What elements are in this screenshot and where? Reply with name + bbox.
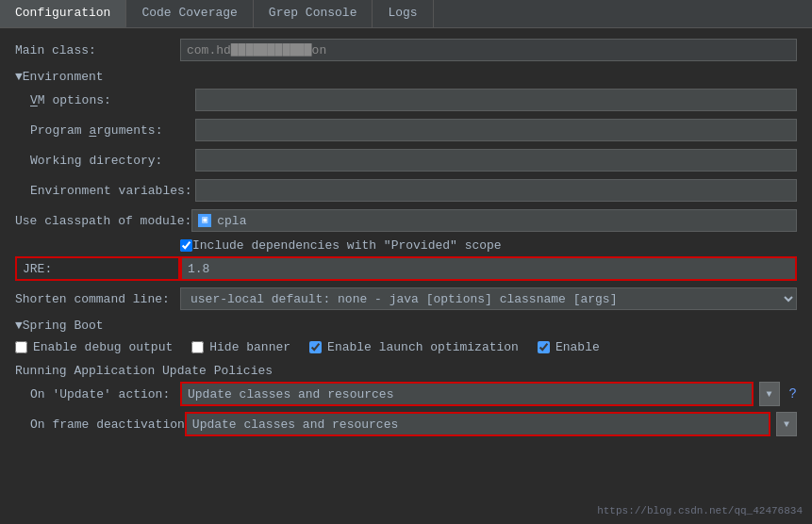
tab-grep-console[interactable]: Grep Console — [254, 0, 373, 27]
enable-debug-checkbox[interactable] — [15, 341, 27, 353]
working-dir-input[interactable] — [195, 149, 797, 172]
running-app-label: Running Application Update Policies — [15, 364, 797, 378]
hide-banner-row: Hide banner — [191, 340, 290, 354]
on-frame-label: On frame deactivation — [15, 418, 185, 432]
tab-logs[interactable]: Logs — [373, 0, 433, 27]
spring-label: Spring Boot — [23, 319, 104, 333]
configuration-content: Main class: ▼ Environment VM options: Pr… — [0, 28, 812, 451]
on-frame-row: On frame deactivation Update classes and… — [15, 412, 797, 436]
on-update-dropdown-arrow[interactable]: ▼ — [759, 382, 780, 406]
on-update-label: On 'Update' action: — [15, 387, 180, 401]
classpath-row: Use classpath of module: ▣ cpla — [15, 208, 797, 233]
main-class-label: Main class: — [15, 43, 180, 57]
program-args-row: Program arguments: — [15, 118, 797, 142]
include-deps-checkbox[interactable] — [180, 239, 192, 252]
vm-options-label: VM options: — [30, 93, 195, 107]
env-vars-input[interactable] — [195, 179, 797, 202]
on-frame-select-wrapper: Update classes and resources ▼ — [185, 412, 797, 436]
env-vars-label: Environment variables: — [30, 184, 195, 198]
watermark: https://blog.csdn.net/qq_42476834 — [597, 505, 803, 516]
tab-bar: Configuration Code Coverage Grep Console… — [0, 0, 812, 28]
hide-banner-label: Hide banner — [209, 340, 290, 354]
on-update-select[interactable]: Update classes and resources — [180, 382, 754, 406]
on-update-row: On 'Update' action: Update classes and r… — [15, 382, 797, 406]
classpath-module-select[interactable]: ▣ cpla — [191, 209, 797, 232]
environment-triangle: ▼ — [15, 70, 23, 84]
jre-row: JRE: — [15, 256, 797, 281]
program-args-input[interactable] — [195, 119, 797, 141]
enable-debug-row: Enable debug output — [15, 340, 173, 354]
jre-input[interactable] — [180, 256, 797, 281]
environment-label: Environment — [23, 70, 104, 84]
program-args-label: Program arguments: — [30, 123, 195, 138]
spring-triangle: ▼ — [15, 319, 23, 333]
vm-options-row: VM options: — [15, 88, 797, 112]
enable-launch-row: Enable launch optimization — [309, 340, 519, 354]
on-frame-dropdown-arrow[interactable]: ▼ — [776, 412, 797, 436]
jre-label: JRE: — [15, 256, 180, 281]
working-dir-row: Working directory: — [15, 148, 797, 172]
enable-launch-label: Enable launch optimization — [327, 340, 519, 354]
main-class-input[interactable] — [180, 39, 797, 61]
shorten-label: Shorten command line: — [15, 292, 180, 306]
shorten-select[interactable]: user-local default: none - java [options… — [180, 287, 797, 310]
spring-boot-header[interactable]: ▼ Spring Boot — [15, 319, 797, 333]
classpath-label: Use classpath of module: — [15, 214, 191, 228]
on-frame-select[interactable]: Update classes and resources — [185, 412, 771, 436]
tab-code-coverage[interactable]: Code Coverage — [126, 0, 253, 27]
tab-configuration[interactable]: Configuration — [0, 0, 126, 27]
enable-row: Enable — [538, 340, 600, 354]
environment-section-header[interactable]: ▼ Environment — [15, 70, 797, 84]
enable-checkbox[interactable] — [538, 341, 550, 353]
hide-banner-checkbox[interactable] — [191, 341, 204, 353]
shorten-row: Shorten command line: user-local default… — [15, 287, 797, 311]
enable-launch-checkbox[interactable] — [309, 341, 322, 353]
enable-label: Enable — [555, 340, 600, 354]
vm-options-input[interactable] — [195, 89, 797, 111]
on-update-help-icon[interactable]: ? — [789, 386, 797, 401]
enable-debug-label: Enable debug output — [33, 340, 173, 354]
main-class-row: Main class: — [15, 38, 797, 62]
spring-boot-section: ▼ Spring Boot Enable debug output Hide b… — [15, 319, 797, 436]
working-dir-label: Working directory: — [30, 154, 195, 168]
module-icon: ▣ — [198, 214, 211, 227]
spring-checkboxes: Enable debug output Hide banner Enable l… — [15, 336, 797, 358]
include-deps-row: Include dependencies with "Provided" sco… — [15, 238, 797, 253]
on-update-select-wrapper: Update classes and resources ▼ ? — [180, 382, 797, 406]
env-vars-row: Environment variables: — [15, 178, 797, 203]
include-deps-label: Include dependencies with "Provided" sco… — [192, 238, 502, 253]
classpath-module-value: cpla — [217, 214, 246, 228]
